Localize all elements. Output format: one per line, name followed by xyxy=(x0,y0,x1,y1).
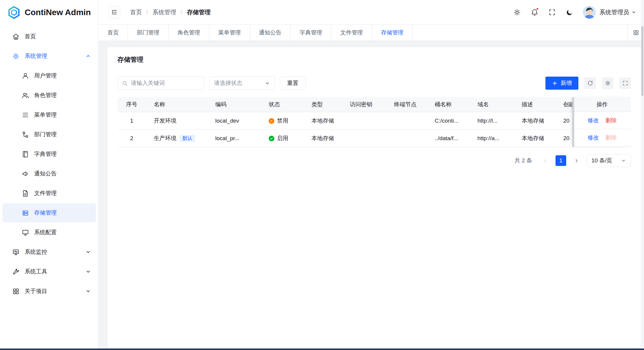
fullscreen-button[interactable] xyxy=(545,5,559,19)
tab-menu-management[interactable]: 菜单管理 xyxy=(209,25,250,41)
sidebar-item-system-management[interactable]: 系统管理 xyxy=(2,47,96,66)
sidebar-item-dictionary-management[interactable]: 字典管理 xyxy=(2,145,96,164)
page-scrollbar[interactable] xyxy=(641,0,644,350)
reset-button[interactable]: 重置 xyxy=(280,77,306,90)
chevron-down-icon xyxy=(85,269,91,275)
settings-button[interactable] xyxy=(510,5,524,19)
cell-endpoint xyxy=(386,112,427,129)
page-number-button[interactable]: 1 xyxy=(556,155,566,166)
notifications-button[interactable] xyxy=(528,5,541,19)
sidebar-item-home[interactable]: 首页 xyxy=(2,27,96,46)
breadcrumb: 首页 / 系统管理 / 存储管理 xyxy=(130,8,211,16)
cell-access-key xyxy=(342,130,386,147)
sidebar-item-department-management[interactable]: 部门管理 xyxy=(2,125,96,144)
chevron-left-icon xyxy=(543,158,548,163)
cell-code: local_dev xyxy=(208,112,261,129)
cell-code: local_pr... xyxy=(208,130,261,147)
edit-link[interactable]: 修改 xyxy=(588,117,599,124)
top-header: 首页 / 系统管理 / 存储管理 xyxy=(99,0,644,25)
breadcrumb-home[interactable]: 首页 xyxy=(130,8,142,16)
toolbar: 请选择状态 重置 新增 xyxy=(117,77,631,90)
search-input[interactable] xyxy=(131,80,200,86)
sidebar-item-role-management[interactable]: 角色管理 xyxy=(2,86,96,105)
chevron-down-icon xyxy=(621,158,626,163)
table-header-row: 序号 名称 编码 状态 类型 访问密钥 终端节点 桶名称 域名 描述 创建时间 xyxy=(117,97,631,112)
avatar[interactable] xyxy=(583,6,596,19)
cell-access-key xyxy=(342,112,386,129)
logo[interactable]: ContiNew Admin xyxy=(0,0,98,25)
column-header-domain: 域名 xyxy=(470,97,514,112)
user-menu[interactable]: 系统管理员 xyxy=(599,8,636,16)
status-enabled-icon xyxy=(269,136,274,141)
sidebar-item-system-monitor[interactable]: 系统监控 xyxy=(2,243,96,262)
sidebar-item-system-config[interactable]: 系统配置 xyxy=(2,223,96,242)
sidebar-item-label: 系统工具 xyxy=(25,268,47,275)
tab-role-management[interactable]: 角色管理 xyxy=(169,25,209,41)
tab-department-management[interactable]: 部门管理 xyxy=(128,25,169,41)
breadcrumb-system-management[interactable]: 系统管理 xyxy=(153,8,176,16)
sidebar-item-notice-management[interactable]: 通知公告 xyxy=(2,164,96,183)
sidebar: ContiNew Admin 首页 系统管理 用户管理 角色管理 xyxy=(0,0,99,350)
cell-type: 本地存储 xyxy=(304,112,342,129)
sidebar-collapse-button[interactable] xyxy=(108,6,120,18)
add-button[interactable]: 新增 xyxy=(545,77,578,90)
tab-label: 首页 xyxy=(107,29,119,37)
sidebar-item-system-tools[interactable]: 系统工具 xyxy=(2,262,96,281)
tab-storage-management[interactable]: 存储管理 xyxy=(372,25,413,41)
sidebar-item-file-management[interactable]: 文件管理 xyxy=(2,184,96,203)
app-title: ContiNew Admin xyxy=(25,8,91,17)
sidebar-item-about-project[interactable]: 关于项目 xyxy=(2,282,96,301)
cell-no: 2 xyxy=(117,130,146,147)
status-select[interactable]: 请选择状态 xyxy=(209,77,275,90)
delete-link-disabled[interactable]: 删除 xyxy=(605,134,617,142)
column-header-bucket: 桶名称 xyxy=(427,97,470,112)
tab-dictionary-management[interactable]: 字典管理 xyxy=(291,25,331,41)
tab-file-management[interactable]: 文件管理 xyxy=(331,25,372,41)
table-scrollbar[interactable] xyxy=(572,97,574,147)
table-row: 2 生产环境 默认 local_pr... 启用 本地存储 xyxy=(117,130,631,147)
tab-notice-management[interactable]: 通知公告 xyxy=(250,25,291,41)
cell-description: 本地存储 xyxy=(514,130,556,147)
delete-link[interactable]: 删除 xyxy=(605,117,617,124)
breadcrumb-separator: / xyxy=(181,9,183,16)
column-header-name: 名称 xyxy=(146,97,208,112)
users-icon xyxy=(22,92,29,99)
scrollbar-thumb[interactable] xyxy=(641,26,643,96)
table-fullscreen-button[interactable] xyxy=(619,77,631,89)
header-actions: 系统管理员 xyxy=(506,5,636,19)
prev-page-button[interactable] xyxy=(540,156,550,166)
chevron-right-icon xyxy=(574,158,579,163)
app-root: ContiNew Admin 首页 系统管理 用户管理 角色管理 xyxy=(0,0,644,350)
tab-home[interactable]: 首页 xyxy=(99,25,128,41)
cell-status: 禁用 xyxy=(261,112,304,129)
storage-card: 存储管理 请选择状态 重置 新增 xyxy=(107,47,641,347)
dark-mode-button[interactable] xyxy=(563,5,576,19)
bottom-edge-strip xyxy=(0,349,644,350)
sidebar-item-storage-management[interactable]: 存储管理 xyxy=(2,203,96,222)
refresh-icon xyxy=(587,80,593,86)
tree-icon xyxy=(22,131,29,138)
menu-fold-icon xyxy=(111,9,118,16)
page-title: 存储管理 xyxy=(117,55,631,64)
keyword-search xyxy=(117,77,204,90)
add-button-label: 新增 xyxy=(561,79,572,87)
sidebar-item-label: 字典管理 xyxy=(34,150,57,158)
table-settings-button[interactable] xyxy=(602,77,613,89)
notification-dot xyxy=(536,7,539,10)
page-size-select[interactable]: 10 条/页 xyxy=(587,154,631,167)
column-header-type: 类型 xyxy=(304,97,342,112)
content-area: 存储管理 请选择状态 重置 新增 xyxy=(99,41,644,350)
sidebar-item-user-management[interactable]: 用户管理 xyxy=(2,66,96,85)
sidebar-item-menu-management[interactable]: 菜单管理 xyxy=(2,105,96,124)
breadcrumb-current: 存储管理 xyxy=(187,8,211,16)
page-size-value: 10 条/页 xyxy=(591,157,612,164)
next-page-button[interactable] xyxy=(572,156,581,166)
chevron-down-icon xyxy=(631,10,636,15)
logo-icon xyxy=(7,6,20,19)
cell-description: 本地存储 xyxy=(514,112,556,129)
megaphone-icon xyxy=(22,170,29,178)
edit-link[interactable]: 修改 xyxy=(588,134,599,142)
chevron-down-icon xyxy=(85,249,91,255)
refresh-button[interactable] xyxy=(584,77,596,89)
avatar-image xyxy=(583,6,596,19)
